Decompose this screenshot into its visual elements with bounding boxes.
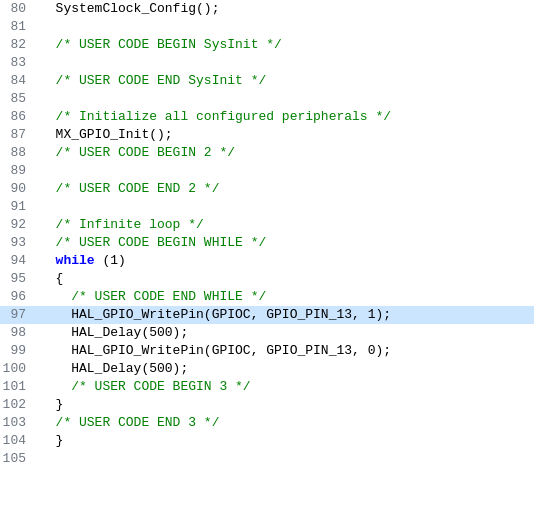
line-content: /* USER CODE END 3 */ [38,414,534,432]
line-content: /* USER CODE BEGIN 2 */ [38,144,534,162]
line-number: 98 [0,324,38,342]
line-content: MX_GPIO_Init(); [38,126,534,144]
code-line: 91 [0,198,534,216]
line-number: 102 [0,396,38,414]
line-content: } [38,396,534,414]
line-number: 94 [0,252,38,270]
line-content: HAL_GPIO_WritePin(GPIOC, GPIO_PIN_13, 1)… [38,306,534,324]
code-line: 99 HAL_GPIO_WritePin(GPIOC, GPIO_PIN_13,… [0,342,534,360]
line-number: 101 [0,378,38,396]
code-line: 92 /* Infinite loop */ [0,216,534,234]
line-content: HAL_Delay(500); [38,360,534,378]
line-number: 82 [0,36,38,54]
line-number: 89 [0,162,38,180]
line-number: 103 [0,414,38,432]
line-content: /* USER CODE BEGIN WHILE */ [38,234,534,252]
code-line: 90 /* USER CODE END 2 */ [0,180,534,198]
code-line: 96 /* USER CODE END WHILE */ [0,288,534,306]
code-line: 94 while (1) [0,252,534,270]
line-content: /* USER CODE END 2 */ [38,180,534,198]
code-line: 98 HAL_Delay(500); [0,324,534,342]
code-line: 104 } [0,432,534,450]
line-content: /* USER CODE END WHILE */ [38,288,534,306]
line-number: 85 [0,90,38,108]
line-number: 99 [0,342,38,360]
code-line: 85 [0,90,534,108]
line-content: /* USER CODE BEGIN 3 */ [38,378,534,396]
code-line: 81 [0,18,534,36]
line-number: 86 [0,108,38,126]
line-content: { [38,270,534,288]
code-line: 101 /* USER CODE BEGIN 3 */ [0,378,534,396]
line-number: 88 [0,144,38,162]
line-number: 95 [0,270,38,288]
code-line: 89 [0,162,534,180]
code-line: 105 [0,450,534,468]
line-number: 90 [0,180,38,198]
line-number: 93 [0,234,38,252]
code-line: 100 HAL_Delay(500); [0,360,534,378]
code-line: 82 /* USER CODE BEGIN SysInit */ [0,36,534,54]
code-line: 83 [0,54,534,72]
code-line: 80 SystemClock_Config(); [0,0,534,18]
line-number: 91 [0,198,38,216]
line-content: /* Infinite loop */ [38,216,534,234]
line-number: 92 [0,216,38,234]
line-number: 104 [0,432,38,450]
line-content: } [38,432,534,450]
code-line: 102 } [0,396,534,414]
code-line: 84 /* USER CODE END SysInit */ [0,72,534,90]
line-content: /* Initialize all configured peripherals… [38,108,534,126]
line-content: /* USER CODE END SysInit */ [38,72,534,90]
code-line: 88 /* USER CODE BEGIN 2 */ [0,144,534,162]
code-line: 103 /* USER CODE END 3 */ [0,414,534,432]
code-editor: 80 SystemClock_Config();8182 /* USER COD… [0,0,534,511]
line-number: 100 [0,360,38,378]
line-number: 96 [0,288,38,306]
line-number: 105 [0,450,38,468]
code-line: 86 /* Initialize all configured peripher… [0,108,534,126]
line-number: 81 [0,18,38,36]
line-content: HAL_GPIO_WritePin(GPIOC, GPIO_PIN_13, 0)… [38,342,534,360]
line-number: 97 [0,306,38,324]
line-content: HAL_Delay(500); [38,324,534,342]
line-number: 87 [0,126,38,144]
code-line: 95 { [0,270,534,288]
code-line: 93 /* USER CODE BEGIN WHILE */ [0,234,534,252]
line-number: 83 [0,54,38,72]
line-content: /* USER CODE BEGIN SysInit */ [38,36,534,54]
line-number: 80 [0,0,38,18]
code-line: 97 HAL_GPIO_WritePin(GPIOC, GPIO_PIN_13,… [0,306,534,324]
line-content: while (1) [38,252,534,270]
line-content: SystemClock_Config(); [38,0,534,18]
code-line: 87 MX_GPIO_Init(); [0,126,534,144]
line-number: 84 [0,72,38,90]
